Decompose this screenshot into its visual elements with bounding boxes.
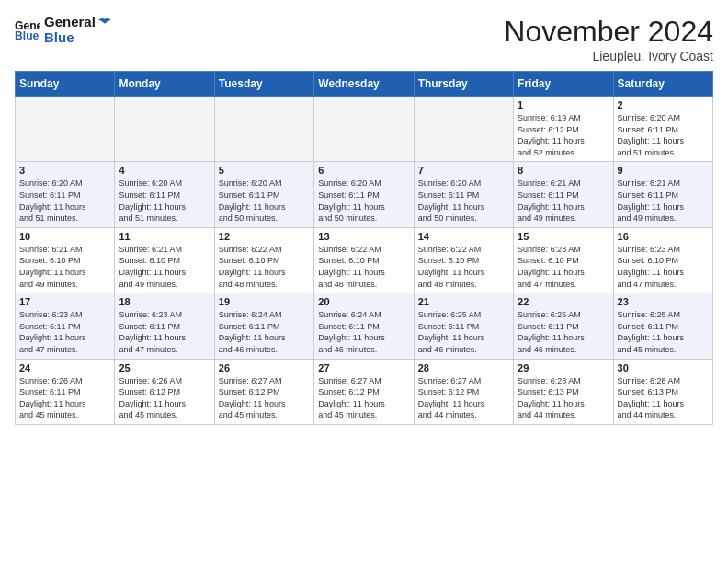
day-info: Sunrise: 6:21 AM Sunset: 6:10 PM Dayligh… <box>19 244 110 290</box>
day-info: Sunrise: 6:26 AM Sunset: 6:11 PM Dayligh… <box>19 375 110 421</box>
calendar-day-cell: 8Sunrise: 6:21 AM Sunset: 6:11 PM Daylig… <box>514 162 613 227</box>
calendar-day-cell: 18Sunrise: 6:23 AM Sunset: 6:11 PM Dayli… <box>115 293 214 359</box>
day-number: 3 <box>19 165 110 176</box>
calendar-day-cell: 19Sunrise: 6:24 AM Sunset: 6:11 PM Dayli… <box>214 293 313 359</box>
day-number: 23 <box>618 296 709 307</box>
day-number: 1 <box>518 99 609 110</box>
calendar-day-cell: 15Sunrise: 6:23 AM Sunset: 6:10 PM Dayli… <box>514 227 613 293</box>
day-number: 29 <box>518 362 609 373</box>
logo: General Blue General Blue <box>15 15 113 45</box>
calendar-day-cell <box>115 97 214 162</box>
day-info: Sunrise: 6:23 AM Sunset: 6:10 PM Dayligh… <box>618 244 709 290</box>
calendar-day-cell: 5Sunrise: 6:20 AM Sunset: 6:11 PM Daylig… <box>214 162 313 227</box>
day-number: 22 <box>518 296 609 307</box>
weekday-header: Wednesday <box>314 72 414 97</box>
page-header: General Blue General Blue November 2024 … <box>15 15 713 63</box>
weekday-header: Friday <box>514 72 613 97</box>
day-info: Sunrise: 6:23 AM Sunset: 6:11 PM Dayligh… <box>19 309 110 355</box>
calendar-day-cell: 20Sunrise: 6:24 AM Sunset: 6:11 PM Dayli… <box>314 293 414 359</box>
calendar-day-cell: 9Sunrise: 6:21 AM Sunset: 6:11 PM Daylig… <box>613 162 712 227</box>
day-info: Sunrise: 6:23 AM Sunset: 6:11 PM Dayligh… <box>119 309 210 355</box>
calendar-day-cell: 2Sunrise: 6:20 AM Sunset: 6:11 PM Daylig… <box>613 97 712 162</box>
calendar-day-cell: 21Sunrise: 6:25 AM Sunset: 6:11 PM Dayli… <box>414 293 513 359</box>
weekday-header: Sunday <box>16 72 115 97</box>
day-info: Sunrise: 6:25 AM Sunset: 6:11 PM Dayligh… <box>418 309 509 355</box>
day-number: 7 <box>418 165 509 176</box>
day-number: 25 <box>119 362 210 373</box>
svg-text:Blue: Blue <box>15 29 40 42</box>
calendar-day-cell: 11Sunrise: 6:21 AM Sunset: 6:10 PM Dayli… <box>115 227 214 293</box>
logo-icon: General Blue <box>15 17 40 43</box>
day-number: 15 <box>518 231 609 242</box>
calendar-day-cell: 7Sunrise: 6:20 AM Sunset: 6:11 PM Daylig… <box>414 162 513 227</box>
day-number: 18 <box>119 296 210 307</box>
calendar-day-cell: 17Sunrise: 6:23 AM Sunset: 6:11 PM Dayli… <box>16 293 115 359</box>
calendar-week-row: 10Sunrise: 6:21 AM Sunset: 6:10 PM Dayli… <box>16 227 713 293</box>
day-number: 16 <box>618 231 709 242</box>
day-info: Sunrise: 6:23 AM Sunset: 6:10 PM Dayligh… <box>518 244 609 290</box>
weekday-header: Tuesday <box>214 72 313 97</box>
day-info: Sunrise: 6:22 AM Sunset: 6:10 PM Dayligh… <box>219 244 310 290</box>
day-info: Sunrise: 6:20 AM Sunset: 6:11 PM Dayligh… <box>119 178 210 224</box>
day-number: 20 <box>318 296 409 307</box>
weekday-header: Thursday <box>414 72 513 97</box>
day-number: 5 <box>219 165 310 176</box>
calendar-day-cell: 27Sunrise: 6:27 AM Sunset: 6:12 PM Dayli… <box>314 359 414 424</box>
day-number: 12 <box>219 231 310 242</box>
day-number: 6 <box>318 165 409 176</box>
calendar-day-cell: 25Sunrise: 6:26 AM Sunset: 6:12 PM Dayli… <box>115 359 214 424</box>
calendar-day-cell <box>214 97 313 162</box>
month-title: November 2024 <box>504 15 713 49</box>
day-info: Sunrise: 6:21 AM Sunset: 6:11 PM Dayligh… <box>518 178 609 224</box>
day-info: Sunrise: 6:28 AM Sunset: 6:13 PM Dayligh… <box>518 375 609 421</box>
calendar-day-cell: 30Sunrise: 6:28 AM Sunset: 6:13 PM Dayli… <box>613 359 712 424</box>
calendar-week-row: 1Sunrise: 6:19 AM Sunset: 6:12 PM Daylig… <box>16 97 713 162</box>
calendar-day-cell: 26Sunrise: 6:27 AM Sunset: 6:12 PM Dayli… <box>214 359 313 424</box>
day-number: 26 <box>219 362 310 373</box>
calendar-day-cell: 28Sunrise: 6:27 AM Sunset: 6:12 PM Dayli… <box>414 359 513 424</box>
day-number: 17 <box>19 296 110 307</box>
calendar-day-cell: 10Sunrise: 6:21 AM Sunset: 6:10 PM Dayli… <box>16 227 115 293</box>
day-info: Sunrise: 6:21 AM Sunset: 6:10 PM Dayligh… <box>119 244 210 290</box>
day-number: 9 <box>618 165 709 176</box>
logo-bird-icon <box>97 17 113 29</box>
day-number: 2 <box>618 99 709 110</box>
day-number: 28 <box>418 362 509 373</box>
calendar-day-cell: 22Sunrise: 6:25 AM Sunset: 6:11 PM Dayli… <box>514 293 613 359</box>
day-info: Sunrise: 6:20 AM Sunset: 6:11 PM Dayligh… <box>418 178 509 224</box>
day-info: Sunrise: 6:20 AM Sunset: 6:11 PM Dayligh… <box>19 178 110 224</box>
weekday-header: Saturday <box>613 72 712 97</box>
calendar-header-row: SundayMondayTuesdayWednesdayThursdayFrid… <box>16 72 713 97</box>
day-number: 30 <box>618 362 709 373</box>
calendar-day-cell <box>314 97 414 162</box>
day-number: 19 <box>219 296 310 307</box>
calendar-day-cell <box>16 97 115 162</box>
location: Lieupleu, Ivory Coast <box>504 49 713 63</box>
day-info: Sunrise: 6:19 AM Sunset: 6:12 PM Dayligh… <box>518 112 609 158</box>
calendar-day-cell: 13Sunrise: 6:22 AM Sunset: 6:10 PM Dayli… <box>314 227 414 293</box>
calendar-day-cell: 16Sunrise: 6:23 AM Sunset: 6:10 PM Dayli… <box>613 227 712 293</box>
day-number: 11 <box>119 231 210 242</box>
calendar-day-cell: 23Sunrise: 6:25 AM Sunset: 6:11 PM Dayli… <box>613 293 712 359</box>
day-info: Sunrise: 6:22 AM Sunset: 6:10 PM Dayligh… <box>318 244 409 290</box>
day-info: Sunrise: 6:22 AM Sunset: 6:10 PM Dayligh… <box>418 244 509 290</box>
calendar-week-row: 24Sunrise: 6:26 AM Sunset: 6:11 PM Dayli… <box>16 359 713 424</box>
day-number: 14 <box>418 231 509 242</box>
day-number: 24 <box>19 362 110 373</box>
day-number: 13 <box>318 231 409 242</box>
calendar-day-cell: 1Sunrise: 6:19 AM Sunset: 6:12 PM Daylig… <box>514 97 613 162</box>
calendar-day-cell: 3Sunrise: 6:20 AM Sunset: 6:11 PM Daylig… <box>16 162 115 227</box>
logo-text: General <box>44 15 113 30</box>
day-info: Sunrise: 6:26 AM Sunset: 6:12 PM Dayligh… <box>119 375 210 421</box>
day-number: 8 <box>518 165 609 176</box>
day-info: Sunrise: 6:25 AM Sunset: 6:11 PM Dayligh… <box>618 309 709 355</box>
calendar-week-row: 17Sunrise: 6:23 AM Sunset: 6:11 PM Dayli… <box>16 293 713 359</box>
day-number: 4 <box>119 165 210 176</box>
day-info: Sunrise: 6:24 AM Sunset: 6:11 PM Dayligh… <box>219 309 310 355</box>
logo-blue-text: Blue <box>44 30 113 46</box>
day-info: Sunrise: 6:21 AM Sunset: 6:11 PM Dayligh… <box>618 178 709 224</box>
calendar-day-cell: 24Sunrise: 6:26 AM Sunset: 6:11 PM Dayli… <box>16 359 115 424</box>
calendar-day-cell: 29Sunrise: 6:28 AM Sunset: 6:13 PM Dayli… <box>514 359 613 424</box>
day-info: Sunrise: 6:20 AM Sunset: 6:11 PM Dayligh… <box>219 178 310 224</box>
day-info: Sunrise: 6:24 AM Sunset: 6:11 PM Dayligh… <box>318 309 409 355</box>
